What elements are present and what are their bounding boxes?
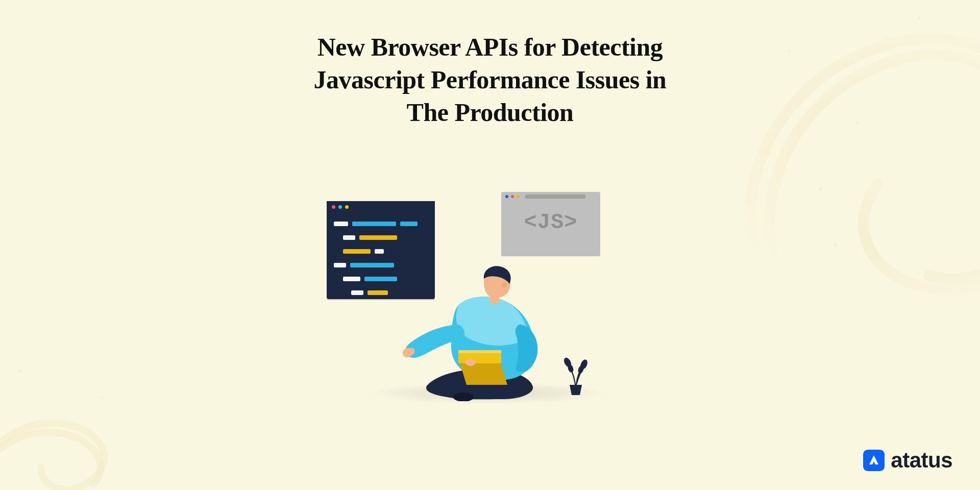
- traffic-light-cyan-icon: [338, 205, 342, 209]
- svg-point-9: [101, 397, 104, 400]
- js-window-titlebar: [501, 192, 600, 201]
- brand-logo-icon: [863, 450, 885, 471]
- brand-name: atatus: [891, 448, 952, 473]
- decorative-swirl-bottom-left: [0, 337, 204, 490]
- developer-illustration: [402, 248, 555, 401]
- traffic-light-red-icon: [332, 205, 335, 209]
- svg-point-12: [502, 282, 507, 287]
- js-window-label: <JS>: [501, 210, 600, 235]
- svg-point-5: [917, 17, 920, 20]
- svg-rect-14: [458, 350, 501, 353]
- brand-lockup: atatus: [863, 448, 952, 473]
- title-line-3: The Production: [407, 98, 574, 127]
- title-line-2: Javascript Performance Issues in: [314, 65, 667, 94]
- title-line-1: New Browser APIs for Detecting: [317, 33, 663, 61]
- js-window-address-strip: [525, 194, 585, 199]
- plant-icon: [559, 351, 592, 400]
- svg-point-15: [465, 359, 476, 366]
- dot-yellow-icon: [517, 195, 520, 198]
- page-title: New Browser APIs for Detecting Javascrip…: [184, 31, 796, 129]
- svg-point-3: [834, 243, 837, 247]
- svg-point-2: [819, 187, 822, 190]
- svg-point-8: [19, 369, 22, 372]
- code-window-titlebar: [327, 201, 435, 212]
- traffic-light-yellow-icon: [345, 205, 349, 209]
- svg-point-0: [856, 121, 859, 124]
- dot-blue-icon: [505, 195, 508, 198]
- hero-illustration: <JS>: [327, 192, 653, 416]
- dot-red-icon: [511, 195, 514, 198]
- js-preview-window: <JS>: [501, 192, 600, 256]
